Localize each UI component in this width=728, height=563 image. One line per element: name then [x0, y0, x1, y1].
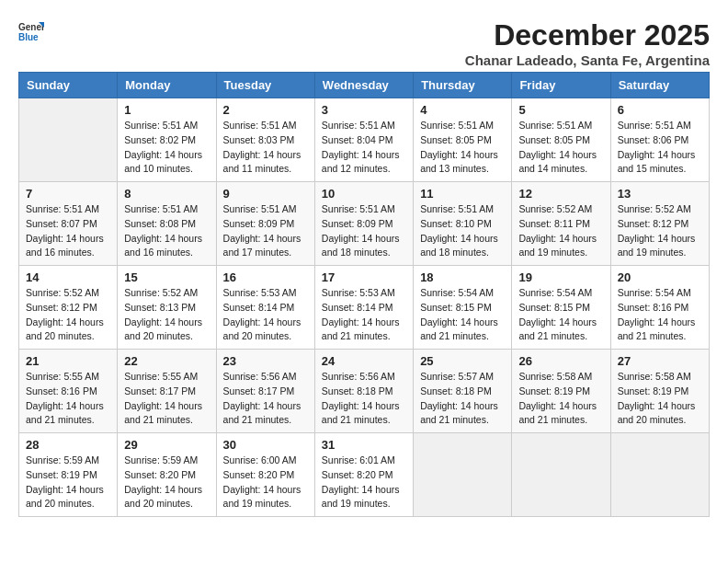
- day-cell: 19Sunrise: 5:54 AMSunset: 8:15 PMDayligh…: [512, 266, 610, 350]
- day-number: 10: [322, 187, 406, 201]
- day-cell: [19, 98, 118, 182]
- day-info: Sunrise: 5:56 AMSunset: 8:17 PMDaylight:…: [223, 370, 308, 428]
- day-info: Sunrise: 5:51 AMSunset: 8:03 PMDaylight:…: [223, 119, 308, 177]
- weekday-header-saturday: Saturday: [610, 73, 709, 98]
- day-cell: 17Sunrise: 5:53 AMSunset: 8:14 PMDayligh…: [314, 266, 413, 350]
- day-cell: 13Sunrise: 5:52 AMSunset: 8:12 PMDayligh…: [610, 182, 709, 266]
- day-cell: 15Sunrise: 5:52 AMSunset: 8:13 PMDayligh…: [118, 266, 216, 350]
- svg-text:Blue: Blue: [18, 32, 39, 42]
- day-number: 23: [223, 354, 308, 368]
- day-info: Sunrise: 5:51 AMSunset: 8:08 PMDaylight:…: [124, 202, 209, 260]
- day-cell: 6Sunrise: 5:51 AMSunset: 8:06 PMDaylight…: [610, 98, 709, 182]
- logo-icon: General Blue: [18, 18, 44, 44]
- day-info: Sunrise: 5:51 AMSunset: 8:02 PMDaylight:…: [124, 119, 209, 177]
- day-info: Sunrise: 5:59 AMSunset: 8:20 PMDaylight:…: [124, 454, 209, 511]
- day-cell: [610, 433, 709, 517]
- day-cell: 12Sunrise: 5:52 AMSunset: 8:11 PMDayligh…: [512, 182, 610, 266]
- day-number: 27: [618, 354, 702, 368]
- day-info: Sunrise: 5:58 AMSunset: 8:19 PMDaylight:…: [518, 370, 603, 428]
- weekday-header-wednesday: Wednesday: [314, 73, 413, 98]
- day-number: 5: [518, 103, 603, 117]
- day-number: 29: [124, 438, 209, 452]
- day-number: 12: [518, 187, 603, 201]
- day-number: 11: [420, 187, 505, 201]
- week-row-4: 21Sunrise: 5:55 AMSunset: 8:16 PMDayligh…: [19, 350, 710, 433]
- day-info: Sunrise: 5:51 AMSunset: 8:07 PMDaylight:…: [26, 202, 110, 260]
- day-number: 31: [322, 438, 406, 452]
- day-info: Sunrise: 5:55 AMSunset: 8:16 PMDaylight:…: [26, 370, 110, 428]
- day-number: 2: [223, 103, 308, 117]
- day-number: 26: [518, 354, 603, 368]
- day-number: 8: [124, 187, 209, 201]
- logo: General Blue: [18, 18, 44, 44]
- day-number: 19: [518, 270, 603, 284]
- day-info: Sunrise: 5:52 AMSunset: 8:13 PMDaylight:…: [124, 286, 209, 344]
- day-number: 24: [322, 354, 406, 368]
- day-cell: 14Sunrise: 5:52 AMSunset: 8:12 PMDayligh…: [19, 266, 118, 350]
- day-number: 21: [26, 354, 110, 368]
- day-number: 14: [26, 270, 110, 284]
- day-cell: 2Sunrise: 5:51 AMSunset: 8:03 PMDaylight…: [216, 98, 314, 182]
- day-cell: 31Sunrise: 6:01 AMSunset: 8:20 PMDayligh…: [314, 433, 413, 517]
- day-cell: 20Sunrise: 5:54 AMSunset: 8:16 PMDayligh…: [610, 266, 709, 350]
- day-cell: 4Sunrise: 5:51 AMSunset: 8:05 PMDaylight…: [414, 98, 512, 182]
- weekday-header-sunday: Sunday: [19, 73, 118, 98]
- month-title: December 2025: [465, 18, 710, 52]
- day-cell: 25Sunrise: 5:57 AMSunset: 8:18 PMDayligh…: [414, 350, 512, 433]
- day-cell: 21Sunrise: 5:55 AMSunset: 8:16 PMDayligh…: [19, 350, 118, 433]
- day-info: Sunrise: 5:54 AMSunset: 8:15 PMDaylight:…: [518, 286, 603, 344]
- day-info: Sunrise: 5:51 AMSunset: 8:06 PMDaylight:…: [618, 119, 702, 177]
- day-cell: 28Sunrise: 5:59 AMSunset: 8:19 PMDayligh…: [19, 433, 118, 517]
- day-number: 15: [124, 270, 209, 284]
- week-row-2: 7Sunrise: 5:51 AMSunset: 8:07 PMDaylight…: [19, 182, 710, 266]
- weekday-header-thursday: Thursday: [414, 73, 512, 98]
- day-info: Sunrise: 5:54 AMSunset: 8:16 PMDaylight:…: [618, 286, 702, 344]
- title-block: December 2025 Chanar Ladeado, Santa Fe, …: [465, 18, 710, 68]
- day-info: Sunrise: 5:51 AMSunset: 8:05 PMDaylight:…: [420, 119, 505, 177]
- day-number: 25: [420, 354, 505, 368]
- day-info: Sunrise: 5:51 AMSunset: 8:04 PMDaylight:…: [322, 119, 406, 177]
- day-cell: 30Sunrise: 6:00 AMSunset: 8:20 PMDayligh…: [216, 433, 314, 517]
- day-cell: 27Sunrise: 5:58 AMSunset: 8:19 PMDayligh…: [610, 350, 709, 433]
- day-number: 13: [618, 187, 702, 201]
- day-info: Sunrise: 5:51 AMSunset: 8:09 PMDaylight:…: [223, 202, 308, 260]
- week-row-5: 28Sunrise: 5:59 AMSunset: 8:19 PMDayligh…: [19, 433, 710, 517]
- day-info: Sunrise: 6:01 AMSunset: 8:20 PMDaylight:…: [322, 454, 406, 511]
- day-cell: 8Sunrise: 5:51 AMSunset: 8:08 PMDaylight…: [118, 182, 216, 266]
- day-number: 9: [223, 187, 308, 201]
- day-info: Sunrise: 5:52 AMSunset: 8:11 PMDaylight:…: [518, 202, 603, 260]
- day-cell: 24Sunrise: 5:56 AMSunset: 8:18 PMDayligh…: [314, 350, 413, 433]
- day-info: Sunrise: 5:55 AMSunset: 8:17 PMDaylight:…: [124, 370, 209, 428]
- day-number: 4: [420, 103, 505, 117]
- day-number: 18: [420, 270, 505, 284]
- day-info: Sunrise: 5:56 AMSunset: 8:18 PMDaylight:…: [322, 370, 406, 428]
- day-number: 30: [223, 438, 308, 452]
- weekday-header-friday: Friday: [512, 73, 610, 98]
- day-number: 3: [322, 103, 406, 117]
- day-number: 16: [223, 270, 308, 284]
- day-info: Sunrise: 5:51 AMSunset: 8:05 PMDaylight:…: [518, 119, 603, 177]
- page-header: General Blue December 2025 Chanar Ladead…: [18, 18, 710, 68]
- day-cell: [414, 433, 512, 517]
- day-cell: 16Sunrise: 5:53 AMSunset: 8:14 PMDayligh…: [216, 266, 314, 350]
- day-cell: 11Sunrise: 5:51 AMSunset: 8:10 PMDayligh…: [414, 182, 512, 266]
- calendar-table: SundayMondayTuesdayWednesdayThursdayFrid…: [18, 72, 710, 517]
- week-row-3: 14Sunrise: 5:52 AMSunset: 8:12 PMDayligh…: [19, 266, 710, 350]
- day-info: Sunrise: 6:00 AMSunset: 8:20 PMDaylight:…: [223, 454, 308, 511]
- day-info: Sunrise: 5:57 AMSunset: 8:18 PMDaylight:…: [420, 370, 505, 428]
- location-subtitle: Chanar Ladeado, Santa Fe, Argentina: [465, 52, 710, 68]
- day-number: 1: [124, 103, 209, 117]
- day-number: 7: [26, 187, 110, 201]
- day-cell: 1Sunrise: 5:51 AMSunset: 8:02 PMDaylight…: [118, 98, 216, 182]
- day-cell: [512, 433, 610, 517]
- day-cell: 18Sunrise: 5:54 AMSunset: 8:15 PMDayligh…: [414, 266, 512, 350]
- day-info: Sunrise: 5:52 AMSunset: 8:12 PMDaylight:…: [26, 286, 110, 344]
- day-cell: 26Sunrise: 5:58 AMSunset: 8:19 PMDayligh…: [512, 350, 610, 433]
- day-number: 6: [618, 103, 702, 117]
- day-cell: 22Sunrise: 5:55 AMSunset: 8:17 PMDayligh…: [118, 350, 216, 433]
- day-cell: 23Sunrise: 5:56 AMSunset: 8:17 PMDayligh…: [216, 350, 314, 433]
- day-number: 22: [124, 354, 209, 368]
- day-cell: 9Sunrise: 5:51 AMSunset: 8:09 PMDaylight…: [216, 182, 314, 266]
- day-cell: 7Sunrise: 5:51 AMSunset: 8:07 PMDaylight…: [19, 182, 118, 266]
- day-info: Sunrise: 5:51 AMSunset: 8:10 PMDaylight:…: [420, 202, 505, 260]
